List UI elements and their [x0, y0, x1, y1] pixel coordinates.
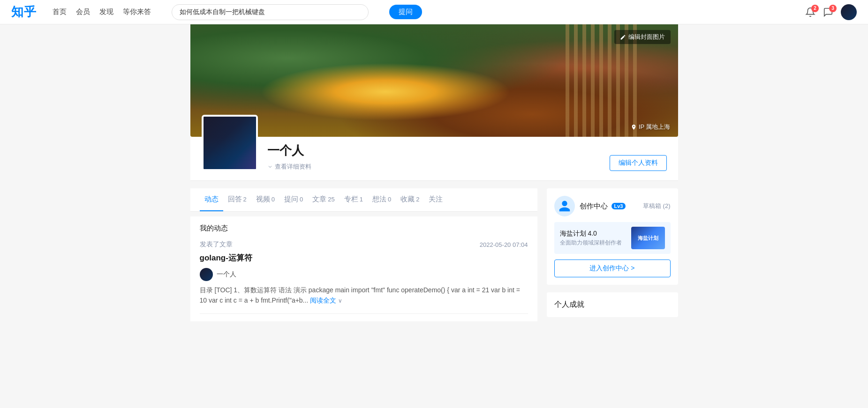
cc-avatar: [554, 196, 575, 216]
tab-tiwern[interactable]: 提问 0: [279, 188, 308, 211]
profile-avatar: [202, 115, 258, 171]
edit-profile-button[interactable]: 编辑个人资料: [610, 155, 667, 171]
tab-guanzhu[interactable]: 关注: [424, 188, 447, 211]
feed-action: 发表了文章: [200, 240, 233, 249]
navbar: 知乎 首页 会员 发现 等你来答 提问 2 3: [0, 0, 868, 24]
haiyuan-subtitle: 全面助力领域深耕创作者: [560, 239, 626, 247]
haiyuan-title: 海盐计划 4.0: [560, 230, 626, 238]
user-avatar-nav[interactable]: [841, 4, 857, 20]
notification-badge: 2: [811, 5, 819, 12]
tab-wenzhang[interactable]: 文章 25: [308, 188, 339, 211]
edit-cover-button[interactable]: 编辑封面图片: [614, 30, 671, 44]
feed-item: 发表了文章 2022-05-20 07:04 golang-运算符 一个人 目录…: [200, 240, 528, 314]
cc-header: 创作中心 Lv3 草稿箱 (2): [554, 196, 671, 216]
notification-bell[interactable]: 2: [805, 7, 815, 17]
draft-info: 草稿箱 (2): [643, 202, 671, 210]
nav-home[interactable]: 首页: [53, 7, 67, 16]
cc-title: 创作中心: [580, 202, 608, 211]
haiyuan-text: 海盐计划 4.0 全面助力领域深耕创作者: [560, 230, 626, 247]
profile-section: 一个人 查看详细资料 编辑个人资料: [190, 137, 678, 181]
tab-shipin[interactable]: 视频 0: [251, 188, 279, 211]
avatar-art: [204, 117, 256, 169]
search-input[interactable]: [172, 4, 369, 20]
read-more-link[interactable]: 阅读全文: [310, 297, 336, 304]
page-wrapper: 编辑封面图片 IP 属地上海 一个人 查看详细资料 编辑个人资料: [190, 24, 678, 343]
main-column: 动态 回答 2 视频 0 提问 0 文章 25: [190, 188, 537, 325]
tab-shoucang[interactable]: 收藏 2: [396, 188, 424, 211]
author-avatar: [200, 268, 213, 281]
message-badge: 3: [829, 5, 837, 12]
feed-article-title[interactable]: golang-运算符: [200, 252, 528, 263]
profile-name: 一个人: [267, 142, 657, 159]
cover-section: 编辑封面图片 IP 属地上海: [190, 24, 678, 137]
enter-cc-button[interactable]: 进入创作中心 >: [554, 260, 671, 277]
cc-info: 创作中心 Lv3: [580, 202, 638, 211]
draft-link[interactable]: 草稿箱 (2): [643, 202, 671, 209]
author-avatar-art: [200, 268, 213, 281]
profile-info: 一个人 查看详细资料: [258, 137, 667, 171]
feed-meta: 发表了文章 2022-05-20 07:04: [200, 240, 528, 249]
achievement-card: 个人成就: [547, 292, 678, 317]
nav-waiting[interactable]: 等你来答: [123, 7, 151, 16]
nav-vip[interactable]: 会员: [76, 7, 90, 16]
tabs-bar: 动态 回答 2 视频 0 提问 0 文章 25: [190, 188, 537, 212]
feed-section-title: 我的动态: [200, 224, 528, 233]
search-bar: [172, 4, 369, 20]
ask-button[interactable]: 提问: [389, 5, 422, 19]
feed-container: 我的动态 发表了文章 2022-05-20 07:04 golang-运算符 一…: [190, 216, 537, 321]
creation-center-card: 创作中心 Lv3 草稿箱 (2) 海盐计划 4.0 全面助力领域: [547, 188, 678, 285]
message-btn[interactable]: 3: [823, 7, 833, 17]
profile-top: 一个人 查看详细资料: [202, 137, 667, 171]
content-area: 动态 回答 2 视频 0 提问 0 文章 25: [190, 188, 678, 325]
ip-location: IP 属地上海: [631, 123, 671, 131]
feed-author: 一个人: [200, 268, 528, 281]
expand-icon[interactable]: ∨: [338, 297, 342, 304]
view-detail-link[interactable]: 查看详细资料: [267, 163, 657, 171]
haiyuan-banner: 海盐计划 4.0 全面助力领域深耕创作者 海盐计划: [554, 222, 671, 254]
feed-time: 2022-05-20 07:04: [480, 241, 528, 248]
side-column: 创作中心 Lv3 草稿箱 (2) 海盐计划 4.0 全面助力领域: [547, 188, 678, 325]
feed-excerpt: 目录 [TOC] 1、算数运算符 语法 演示 package main impo…: [200, 285, 528, 306]
nav-links: 首页 会员 发现 等你来答: [53, 7, 151, 16]
navbar-right: 2 3: [805, 4, 857, 20]
tab-dongtai[interactable]: 动态: [200, 188, 223, 211]
logo[interactable]: 知乎: [11, 4, 37, 20]
tab-huida[interactable]: 回答 2: [223, 188, 251, 211]
nav-discover[interactable]: 发现: [99, 7, 113, 16]
tab-xiangfa[interactable]: 想法 0: [368, 188, 396, 211]
achievement-title: 个人成就: [554, 300, 671, 310]
tab-zhuanlan[interactable]: 专栏 1: [340, 188, 368, 211]
haiyuan-image: 海盐计划: [631, 227, 665, 249]
cc-title-row: 创作中心 Lv3: [580, 202, 638, 211]
level-badge: Lv3: [611, 203, 626, 209]
author-name[interactable]: 一个人: [217, 270, 236, 279]
